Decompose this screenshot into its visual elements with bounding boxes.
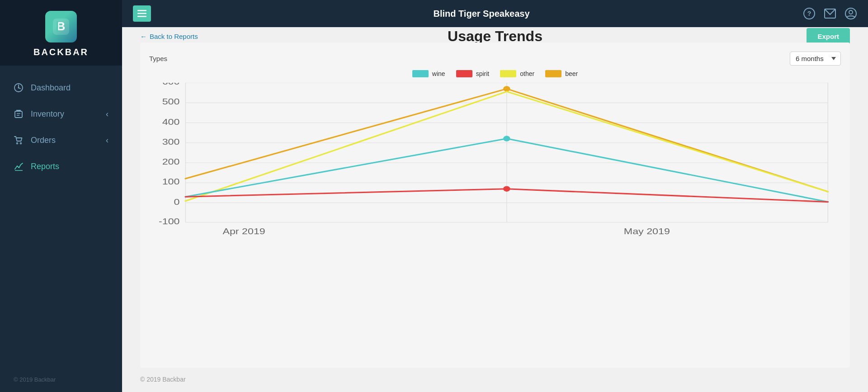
hamburger-icon <box>137 10 146 17</box>
sidebar-item-dashboard[interactable]: Dashboard <box>0 75 122 101</box>
export-button[interactable]: Export <box>807 28 850 45</box>
mail-icon[interactable] <box>824 7 836 20</box>
svg-point-4 <box>18 87 19 89</box>
legend-color-beer <box>545 70 561 77</box>
sidebar-item-inventory[interactable]: Inventory ‹ <box>0 101 122 127</box>
top-header: Blind Tiger Speakeasy ? <box>122 0 868 27</box>
chart-section: Types 6 months 3 months 1 month 12 month… <box>140 43 850 368</box>
menu-button[interactable] <box>133 5 151 22</box>
svg-text:May 2019: May 2019 <box>624 227 670 236</box>
legend-other: other <box>500 70 534 77</box>
svg-rect-5 <box>15 111 22 118</box>
orders-icon <box>14 135 24 145</box>
svg-text:Apr 2019: Apr 2019 <box>222 227 265 236</box>
sidebar-logo: B BACKBAR <box>0 0 122 66</box>
sidebar-item-label: Inventory <box>31 109 64 119</box>
svg-rect-13 <box>137 16 146 17</box>
back-to-reports-link[interactable]: ← Back to Reports <box>140 33 198 40</box>
dashboard-icon <box>14 83 24 93</box>
svg-rect-11 <box>137 10 146 11</box>
legend-beer: beer <box>545 70 578 77</box>
sidebar-item-reports[interactable]: Reports <box>0 153 122 179</box>
period-select[interactable]: 6 months 3 months 1 month 12 months <box>790 52 841 66</box>
legend-color-wine <box>412 70 429 77</box>
spirit-dot <box>503 186 510 192</box>
orders-chevron: ‹ <box>106 136 108 145</box>
wine-dot <box>503 136 510 141</box>
svg-text:400: 400 <box>162 117 180 126</box>
main-content: Blind Tiger Speakeasy ? <box>122 0 868 392</box>
svg-text:-100: -100 <box>159 217 180 226</box>
legend-wine: wine <box>412 70 445 77</box>
legend-color-other <box>500 70 516 77</box>
svg-text:200: 200 <box>162 157 180 166</box>
svg-point-9 <box>20 143 22 144</box>
svg-text:100: 100 <box>162 177 180 186</box>
sidebar-item-label: Orders <box>31 136 56 145</box>
beer-dot <box>503 86 510 91</box>
page-content: ← Back to Reports Usage Trends Export Ty… <box>122 27 868 392</box>
reports-icon <box>14 161 24 171</box>
sidebar-nav: Dashboard Inventory ‹ Orders ‹ <box>0 66 122 367</box>
legend-spirit: spirit <box>456 70 490 77</box>
chart-type-label: Types <box>149 55 167 62</box>
chart-legend: wine spirit other beer <box>145 70 845 77</box>
sidebar: B BACKBAR Dashboard Inventory ‹ <box>0 0 122 392</box>
svg-text:300: 300 <box>162 137 180 146</box>
svg-text:0: 0 <box>174 197 180 206</box>
back-arrow-icon: ← <box>140 33 147 40</box>
backbar-logo-svg: B <box>51 17 71 37</box>
chart-svg: 600 500 400 300 200 100 0 -100 Apr 2019 … <box>145 83 845 241</box>
logo-icon: B <box>45 11 77 43</box>
footer-copyright: © 2019 Backbar <box>140 368 850 383</box>
chart-controls: Types 6 months 3 months 1 month 12 month… <box>145 52 845 66</box>
svg-point-8 <box>17 143 18 144</box>
chart-area: 600 500 400 300 200 100 0 -100 Apr 2019 … <box>145 83 845 241</box>
sidebar-item-label: Dashboard <box>31 83 71 93</box>
svg-point-18 <box>849 10 853 14</box>
header-title: Blind Tiger Speakeasy <box>160 9 803 19</box>
legend-color-spirit <box>456 70 472 77</box>
logo-text: BACKBAR <box>33 47 89 57</box>
svg-text:600: 600 <box>162 83 180 86</box>
svg-text:?: ? <box>807 10 811 17</box>
header-icons: ? <box>803 7 857 20</box>
help-icon[interactable]: ? <box>803 7 816 20</box>
inventory-chevron: ‹ <box>106 109 108 119</box>
user-icon[interactable] <box>844 7 857 20</box>
svg-text:500: 500 <box>162 97 180 106</box>
sidebar-item-orders[interactable]: Orders ‹ <box>0 127 122 153</box>
sidebar-footer: © 2019 Backbar <box>0 367 122 392</box>
inventory-icon <box>14 109 24 119</box>
sidebar-item-label: Reports <box>31 162 59 171</box>
page-title: Usage Trends <box>448 28 542 45</box>
svg-rect-12 <box>137 13 146 14</box>
